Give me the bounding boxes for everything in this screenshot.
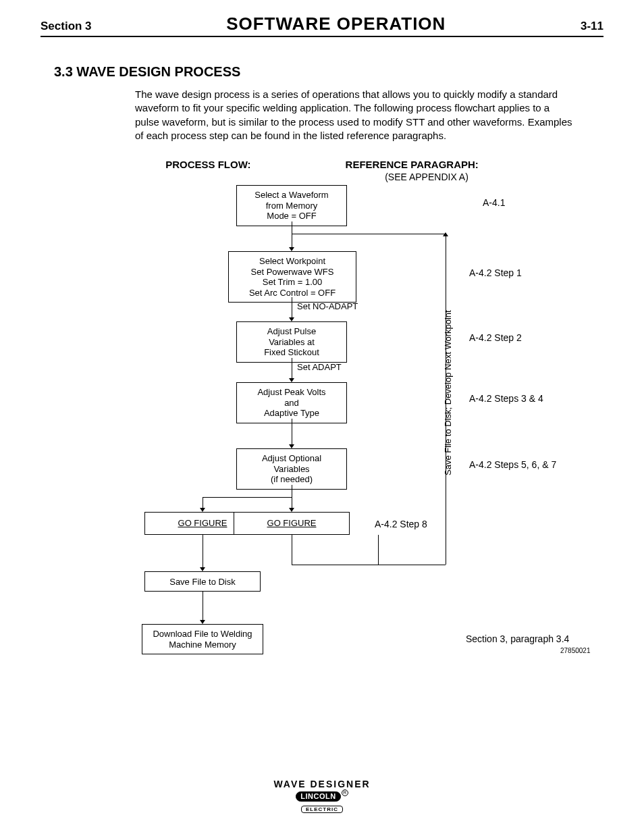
flow-step-adjust-pulse: Adjust Pulse Variables at Fixed Stickout [236,321,347,363]
ref-a42-step34: A-4.2 Steps 3 & 4 [469,393,543,404]
reference-paragraph-label: REFERENCE PARAGRAPH: [346,159,479,170]
registered-icon: R [342,789,348,796]
flow-step-select-waveform: Select a Waveform from Memory Mode = OFF [236,185,347,226]
figure-number: 27850021 [560,647,591,654]
ref-a42-step1: A-4.2 Step 1 [469,267,522,278]
section-title: 3.3 WAVE DESIGN PROCESS [54,64,603,80]
flow-step-go-figure-right: GO FIGURE [234,512,350,535]
header-page-number: 3-11 [581,20,603,33]
ref-section34: Section 3, paragraph 3.4 [466,633,569,644]
ref-a42-step8: A-4.2 Step 8 [375,519,427,529]
loop-label: Save File to Disk; Develop Next Workpoin… [443,310,453,475]
flow-label-adapt: Set ADAPT [297,362,378,372]
flowchart: Select a Waveform from Memory Mode = OFF… [41,185,603,685]
flow-label-no-adapt: Set NO-ADAPT [297,301,378,311]
footer-product: WAVE DESIGNER [0,779,644,789]
intro-paragraph: The wave design process is a series of o… [135,88,576,142]
ref-a42-step2: A-4.2 Step 2 [469,332,522,343]
flow-step-download: Download File to Welding Machine Memory [142,624,263,654]
column-headers: PROCESS FLOW: REFERENCE PARAGRAPH: [41,159,603,170]
flow-step-adjust-peak-volts: Adjust Peak Volts and Adaptive Type [236,382,347,423]
process-flow-label: PROCESS FLOW: [165,159,250,170]
lincoln-logo: LINCOLNR ELECTRIC [0,789,644,814]
header-section: Section 3 [41,20,92,33]
page-footer: WAVE DESIGNER LINCOLNR ELECTRIC [0,779,644,814]
flow-step-adjust-optional: Adjust Optional Variables (if needed) [236,448,347,490]
reference-subtitle: (SEE APPENDIX A) [250,172,603,182]
page-header: Section 3 SOFTWARE OPERATION 3-11 [41,14,603,37]
ref-a41: A-4.1 [483,197,505,208]
flow-step-select-workpoint: Select Workpoint Set Powerwave WFS Set T… [228,251,356,303]
flow-step-save-file: Save File to Disk [144,571,261,592]
ref-a42-step567: A-4.2 Steps 5, 6, & 7 [469,459,556,470]
header-title: SOFTWARE OPERATION [226,14,446,34]
